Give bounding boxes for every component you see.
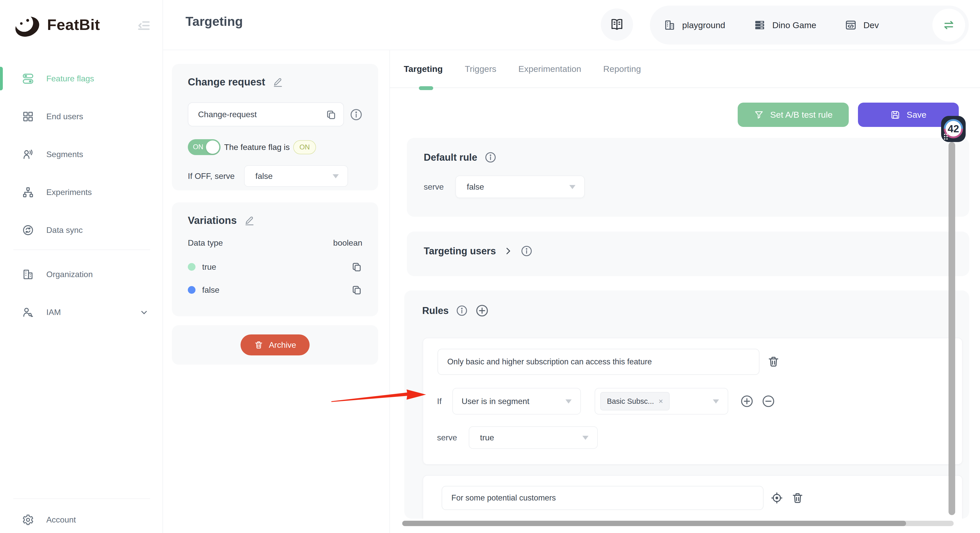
tab-triggers[interactable]: Triggers [465, 64, 496, 74]
sidebar-nav-primary: Feature flags End users Segments [0, 60, 162, 249]
gear-icon [22, 514, 34, 526]
edit-pencil-icon[interactable] [273, 77, 283, 87]
flag-toggle[interactable]: ON [188, 139, 221, 155]
sidebar-item-end-users[interactable]: End users [0, 97, 162, 135]
remove-tag-icon[interactable]: × [659, 397, 663, 406]
archive-label: Archive [269, 340, 296, 350]
sidebar-item-account[interactable]: Account [0, 501, 162, 533]
building-icon [664, 19, 676, 31]
default-serve-select[interactable]: false [455, 175, 585, 198]
sidebar-item-label: Account [46, 515, 76, 525]
copy-icon[interactable] [351, 261, 362, 272]
environment-name: Dev [863, 20, 879, 30]
environment-selector[interactable]: Dev [845, 19, 879, 31]
copy-icon[interactable] [326, 109, 337, 120]
flag-name-input[interactable] [198, 110, 321, 119]
serve-label: serve [437, 433, 469, 442]
sidebar-collapse-icon[interactable] [136, 18, 151, 33]
caret-down-icon [582, 436, 589, 440]
default-rule-card: Default rule serve false [407, 138, 969, 217]
add-condition-icon[interactable] [740, 394, 754, 408]
sidebar-item-label: IAM [46, 307, 61, 317]
delete-rule-icon[interactable] [767, 355, 780, 368]
selected-value: false [255, 172, 273, 181]
page-title: Targeting [186, 14, 243, 29]
project-name: Dino Game [772, 20, 816, 30]
org-selector[interactable]: playground [664, 19, 725, 31]
remove-condition-icon[interactable] [762, 394, 775, 408]
header: Targeting playground Dino Game [163, 0, 980, 50]
sidebar-item-label: Feature flags [46, 74, 94, 83]
panel-title: Variations [188, 215, 237, 226]
variation-value: false [202, 285, 220, 295]
info-icon[interactable] [350, 108, 363, 121]
brand-logo[interactable]: FeatBit [10, 8, 100, 41]
variation-false-dot [188, 286, 196, 294]
counter-value: 42 [948, 123, 959, 134]
rule-serve-select[interactable]: true [469, 426, 598, 449]
funnel-icon [754, 110, 764, 120]
variation-row-true: true [188, 261, 362, 272]
horizontal-scrollbar-thumb[interactable] [402, 521, 906, 526]
edit-pencil-icon[interactable] [244, 215, 255, 226]
segment-multiselect[interactable]: Basic Subsc... × [595, 388, 728, 415]
toggle-knob [206, 140, 219, 154]
flag-status-badge: ON [293, 140, 316, 154]
panel-title: Change request [188, 76, 265, 88]
vertical-scrollbar-thumb[interactable] [948, 142, 955, 515]
rule-name-field [438, 349, 759, 375]
sidebar-item-segments[interactable]: Segments [0, 135, 162, 173]
variations-panel: Variations Data type boolean true false [172, 202, 378, 316]
info-icon[interactable] [456, 304, 468, 317]
toggle-on-label: ON [193, 143, 204, 151]
rule-name-field [442, 486, 764, 510]
tab-experimentation[interactable]: Experimentation [519, 64, 581, 74]
chevron-right-icon[interactable] [503, 246, 513, 256]
caret-down-icon [713, 399, 719, 404]
switch-workspace-button[interactable] [932, 9, 965, 41]
sidebar-item-organization[interactable]: Organization [0, 255, 162, 293]
archive-button[interactable]: Archive [240, 334, 310, 355]
code-window-icon [845, 19, 857, 31]
if-label: If [437, 397, 452, 406]
book-icon [610, 18, 624, 32]
tab-reporting[interactable]: Reporting [603, 64, 641, 74]
sidebar-item-feature-flags[interactable]: Feature flags [0, 60, 162, 97]
info-icon[interactable] [520, 245, 533, 257]
set-ab-test-rule-button[interactable]: Set A/B test rule [738, 103, 849, 127]
experiments-icon [22, 186, 34, 198]
info-icon[interactable] [484, 151, 496, 164]
variation-value: true [202, 262, 216, 272]
docs-button[interactable] [601, 8, 633, 41]
add-rule-icon[interactable] [475, 304, 489, 318]
sidebar-item-data-sync[interactable]: Data sync [0, 211, 162, 249]
rule-condition-select[interactable]: User is in segment [452, 388, 581, 415]
sidebar-item-label: Organization [46, 270, 92, 279]
workspace-switcher: playground Dino Game Dev [650, 6, 969, 45]
variation-row-false: false [188, 284, 362, 296]
copy-icon[interactable] [351, 284, 362, 296]
swap-arrows-icon [942, 18, 956, 32]
selected-value: false [467, 182, 484, 192]
flag-settings-panel: Change request ON The feature flag is ON… [172, 64, 378, 190]
target-rule-icon[interactable] [770, 492, 783, 504]
project-selector[interactable]: Dino Game [754, 19, 816, 31]
rule-name-input[interactable] [451, 493, 754, 503]
tab-targeting[interactable]: Targeting [404, 64, 443, 74]
sidebar-item-label: Experiments [46, 188, 92, 197]
if-off-serve-label: If OFF, serve [188, 172, 244, 181]
if-off-serve-select[interactable]: false [244, 165, 348, 187]
rules-card: Rules If [404, 290, 969, 519]
selected-value: User is in segment [461, 397, 530, 406]
extension-counter-badge[interactable]: 42 [941, 116, 966, 143]
sidebar-divider [13, 250, 150, 250]
org-name: playground [682, 20, 725, 30]
caret-down-icon [565, 399, 572, 404]
delete-rule-icon[interactable] [791, 492, 804, 504]
sidebar-item-iam[interactable]: IAM [0, 293, 162, 331]
selected-value: true [480, 433, 494, 442]
archive-panel: Archive [172, 325, 378, 364]
horizontal-scrollbar[interactable] [402, 521, 954, 526]
sidebar-item-experiments[interactable]: Experiments [0, 173, 162, 211]
rule-name-input[interactable] [447, 357, 750, 366]
